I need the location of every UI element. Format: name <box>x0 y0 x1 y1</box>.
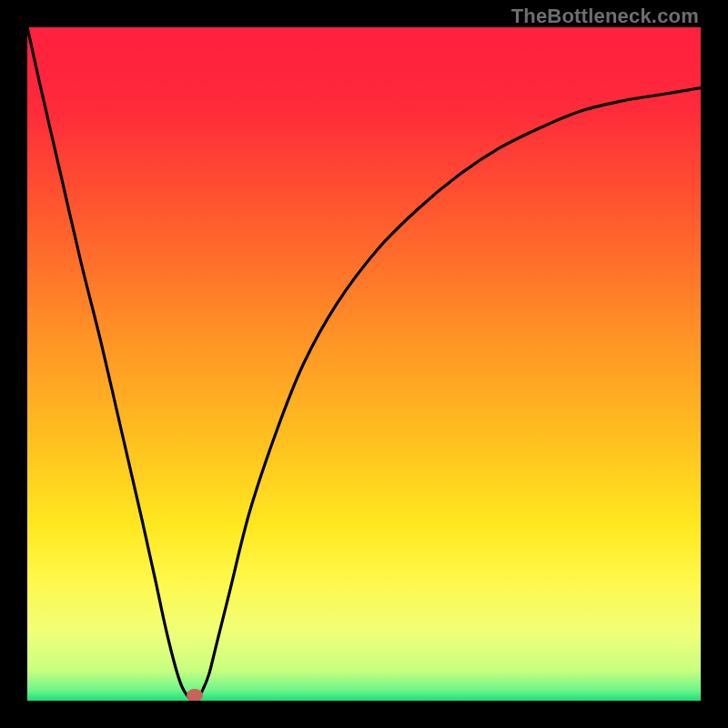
optimal-point-marker <box>187 689 203 701</box>
plot-area <box>27 27 701 701</box>
bottleneck-curve <box>27 27 701 701</box>
watermark-text: TheBottleneck.com <box>511 5 699 28</box>
chart-frame: TheBottleneck.com <box>0 0 728 728</box>
